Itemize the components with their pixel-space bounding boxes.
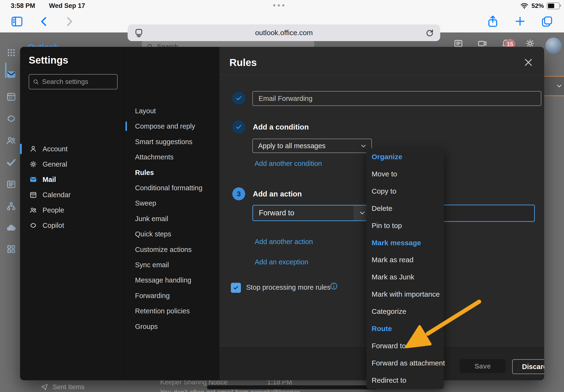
mail-icon[interactable] xyxy=(6,69,17,80)
url-text: outlook.office.com xyxy=(255,29,313,37)
settings-section-sweep[interactable]: Sweep xyxy=(131,197,221,209)
settings-nav-label: Copilot xyxy=(42,222,64,229)
condition-select[interactable]: Apply to all messages xyxy=(252,139,372,153)
menu-item-mark-as-junk[interactable]: Mark as Junk xyxy=(366,271,449,283)
horizontal-scrollbar[interactable] xyxy=(207,385,378,389)
settings-section-customize-actions[interactable]: Customize actions xyxy=(131,243,221,256)
settings-dialog: Settings Search settings AccountGeneralM… xyxy=(20,47,544,380)
address-bar[interactable]: outlook.office.com xyxy=(128,24,440,41)
settings-nav-account[interactable]: Account xyxy=(24,142,125,156)
more-apps-icon[interactable] xyxy=(6,244,17,254)
settings-search-placeholder: Search settings xyxy=(42,78,88,85)
divider xyxy=(219,75,544,75)
battery-icon xyxy=(547,2,560,9)
settings-section-rules[interactable]: Rules xyxy=(131,166,221,179)
reload-icon[interactable] xyxy=(425,28,434,38)
settings-section-message-handling[interactable]: Message handling xyxy=(131,274,221,286)
calendar-icon xyxy=(29,191,37,199)
back-button[interactable] xyxy=(38,15,51,28)
rule-name-check-icon xyxy=(232,92,245,105)
status-date: Wed Sep 17 xyxy=(49,2,85,10)
rule-name-input[interactable]: Email Forwarding xyxy=(252,91,541,106)
settings-nav-mail[interactable]: Mail xyxy=(24,173,125,186)
todo-icon[interactable] xyxy=(6,157,17,168)
settings-section-junk-email[interactable]: Junk email xyxy=(131,212,221,225)
settings-section-retention-policies[interactable]: Retention policies xyxy=(131,305,221,317)
avatar[interactable] xyxy=(545,38,562,54)
safari-chrome: 3:58 PM Wed Sep 17 52% outlook.office.co… xyxy=(0,0,564,32)
settings-section-layout[interactable]: Layout xyxy=(131,105,221,117)
battery-percent: 52% xyxy=(532,2,544,10)
settings-nav-copilot[interactable]: Copilot xyxy=(24,219,125,232)
settings-nav-label: Account xyxy=(42,145,68,153)
folder-row-sent-items[interactable]: Sent Items xyxy=(41,383,85,391)
settings-title: Settings xyxy=(29,55,68,66)
menu-item-mark-message: Mark message xyxy=(366,237,449,249)
settings-search-input[interactable]: Search settings xyxy=(29,74,118,89)
add-an-exception-link[interactable]: Add an exception xyxy=(255,258,308,266)
share-icon[interactable] xyxy=(486,14,499,28)
settings-section-groups[interactable]: Groups xyxy=(131,320,221,333)
people-icon[interactable] xyxy=(6,135,17,146)
menu-item-mark-with-importance[interactable]: Mark with importance xyxy=(366,288,449,300)
sidebar-toggle-icon[interactable] xyxy=(10,14,24,28)
menu-item-categorize[interactable]: Categorize xyxy=(366,306,449,317)
onedrive-icon[interactable] xyxy=(6,223,17,234)
add-another-condition-link[interactable]: Add another condition xyxy=(255,160,322,168)
app-launcher-icon[interactable] xyxy=(6,47,17,58)
menu-item-delete[interactable]: Delete xyxy=(366,202,449,214)
wifi-icon xyxy=(520,2,529,10)
settings-nav-label: Mail xyxy=(42,176,56,183)
section-selection-indicator xyxy=(125,121,127,131)
settings-section-forwarding[interactable]: Forwarding xyxy=(131,290,221,302)
search-icon xyxy=(32,78,39,85)
multitasking-dots[interactable] xyxy=(273,4,284,6)
stop-processing-label: Stop processing more rules xyxy=(246,283,330,291)
person-icon xyxy=(29,145,37,153)
menu-item-copy-to[interactable]: Copy to xyxy=(366,185,449,197)
settings-section-smart-suggestions[interactable]: Smart suggestions xyxy=(131,136,221,148)
calendar-icon[interactable] xyxy=(6,91,17,102)
settings-nav-label: General xyxy=(42,160,67,168)
browser-toolbar: outlook.office.com xyxy=(0,11,564,32)
close-icon[interactable] xyxy=(523,56,534,68)
forward-button[interactable] xyxy=(63,15,76,28)
settings-nav-general[interactable]: General xyxy=(24,157,125,171)
settings-section-list: LayoutCompose and replySmart suggestions… xyxy=(123,47,220,380)
people-icon xyxy=(29,206,37,214)
menu-item-mark-as-read[interactable]: Mark as read xyxy=(366,254,449,266)
settings-section-attachments[interactable]: Attachments xyxy=(131,151,221,163)
status-bar: 3:58 PM Wed Sep 17 52% xyxy=(0,0,564,11)
settings-sidebar: Settings Search settings AccountGeneralM… xyxy=(20,47,123,380)
menu-item-pin-to-top[interactable]: Pin to top xyxy=(366,220,449,232)
info-icon[interactable] xyxy=(330,282,338,290)
copilot-icon[interactable] xyxy=(6,113,17,124)
news-icon[interactable] xyxy=(6,179,17,190)
save-button[interactable]: Save xyxy=(460,359,506,373)
menu-item-redirect-to[interactable]: Redirect to xyxy=(366,374,449,386)
discard-button[interactable]: Discard xyxy=(512,359,544,374)
page-format-icon[interactable] xyxy=(134,28,144,38)
settings-section-sync-email[interactable]: Sync email xyxy=(131,259,221,271)
action-heading: Add an action xyxy=(253,190,302,198)
stop-processing-checkbox[interactable] xyxy=(231,283,241,293)
menu-item-forward-as-attachment[interactable]: Forward as attachment xyxy=(366,357,449,369)
menu-item-organize: Organize xyxy=(366,151,449,163)
action-step-badge: 3 xyxy=(232,187,245,200)
settings-section-quick-steps[interactable]: Quick steps xyxy=(131,228,221,240)
settings-section-compose-and-reply[interactable]: Compose and reply xyxy=(131,120,221,132)
add-another-action-link[interactable]: Add another action xyxy=(255,238,313,246)
menu-item-move-to[interactable]: Move to xyxy=(366,168,449,180)
action-select[interactable]: Forward to xyxy=(252,205,372,221)
gear-icon xyxy=(29,160,37,168)
chevron-down-icon xyxy=(556,83,563,90)
settings-nav-calendar[interactable]: Calendar xyxy=(24,188,125,201)
settings-nav-people[interactable]: People xyxy=(24,203,125,217)
tabs-icon[interactable] xyxy=(541,15,553,28)
settings-nav-label: Calendar xyxy=(42,191,71,199)
menu-item-forward-to[interactable]: Forward to xyxy=(366,340,449,352)
org-explorer-icon[interactable] xyxy=(6,201,17,212)
settings-section-conditional-formatting[interactable]: Conditional formatting xyxy=(131,182,221,194)
new-tab-icon[interactable] xyxy=(514,15,526,28)
condition-check-icon xyxy=(232,120,245,133)
